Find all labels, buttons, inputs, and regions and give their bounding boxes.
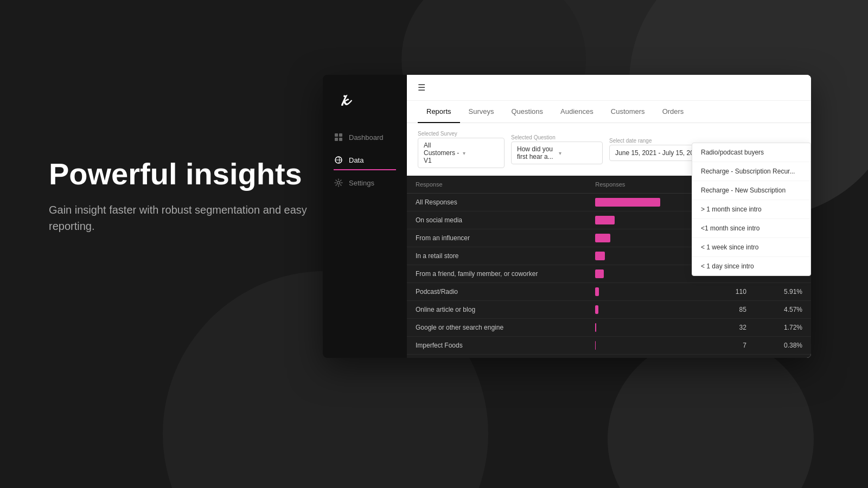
survey-filter: Selected Survey All Customers - V1 ▾ [418, 131, 505, 168]
sidebar-item-data-label: Data [349, 156, 363, 164]
hero-subtitle: Gain insight faster with robust segmenta… [49, 202, 320, 234]
app-window: 𝓴 Dashboard [323, 75, 811, 358]
table-row: Imperfect Foods 7 0.38% [407, 337, 811, 355]
logo-letter: 𝓴 [340, 92, 347, 110]
survey-filter-label: Selected Survey [418, 131, 505, 137]
sidebar-item-settings-label: Settings [349, 179, 374, 187]
date-dropdown-value: June 15, 2021 - July 15, 2021 [615, 149, 701, 157]
dashboard-icon [334, 132, 343, 142]
hamburger-icon[interactable]: ☰ [418, 82, 425, 93]
dropdown-item-3[interactable]: > 1 month since intro [692, 200, 810, 219]
tab-audiences[interactable]: Audiences [552, 101, 602, 123]
cell-response: In a retail store [407, 247, 586, 265]
sidebar-item-data[interactable]: Data [323, 150, 407, 170]
sidebar-item-settings[interactable]: Settings [323, 172, 407, 193]
cell-response: Online article or blog [407, 301, 586, 319]
cell-response: From a friend, family member, or coworke… [407, 265, 586, 283]
table-row: Google or other search engine 32 1.72% [407, 319, 811, 337]
survey-dropdown-arrow: ▾ [463, 150, 499, 156]
svg-rect-0 [335, 133, 338, 137]
question-dropdown[interactable]: How did you first hear a... ▾ [511, 142, 603, 164]
cell-response: From an influencer [407, 229, 586, 247]
dropdown-item-4[interactable]: <1 month since intro [692, 219, 810, 238]
table-row: Podcast/Radio 110 5.91% [407, 283, 811, 301]
filters-row: Selected Survey All Customers - V1 ▾ Sel… [407, 123, 811, 176]
cell-response: Imperfect Foods [407, 337, 586, 355]
tab-surveys[interactable]: Surveys [460, 101, 503, 123]
dropdown-item-1[interactable]: Recharge - Subscription Recur... [692, 162, 810, 181]
logo-icon: 𝓴 [334, 91, 353, 111]
tab-reports[interactable]: Reports [418, 101, 460, 123]
settings-icon [334, 178, 343, 188]
cell-bar [586, 283, 712, 301]
cell-response: All Responses [407, 194, 586, 211]
cell-bar [586, 337, 712, 355]
question-dropdown-arrow: ▾ [559, 150, 597, 156]
svg-rect-2 [335, 138, 338, 141]
question-filter: Selected Question How did you first hear… [511, 134, 603, 164]
top-bar: ☰ [407, 75, 811, 101]
tab-customers[interactable]: Customers [602, 101, 654, 123]
svg-rect-1 [339, 133, 342, 137]
cell-count: 7 [712, 337, 755, 355]
sidebar: 𝓴 Dashboard [323, 75, 407, 358]
hero-section: Powerful insights Gain insight faster wi… [49, 157, 320, 234]
dropdown-item-5[interactable]: < 1 week since intro [692, 238, 810, 257]
dropdown-item-0[interactable]: Radio/podcast buyers [692, 143, 810, 162]
cell-percent: 0.38% [755, 337, 811, 355]
dropdown-overlay: Radio/podcast buyers Recharge - Subscrip… [692, 143, 811, 276]
cell-bar [586, 301, 712, 319]
hero-title: Powerful insights [49, 157, 320, 191]
question-dropdown-value: How did you first hear a... [517, 145, 556, 160]
svg-rect-3 [339, 138, 342, 141]
cell-count: 32 [712, 319, 755, 337]
cell-percent: 4.57% [755, 301, 811, 319]
dropdown-item-6[interactable]: < 1 day since intro [692, 257, 810, 275]
question-filter-label: Selected Question [511, 134, 603, 140]
tab-orders[interactable]: Orders [654, 101, 693, 123]
tab-questions[interactable]: Questions [503, 101, 552, 123]
cell-percent: 5.91% [755, 283, 811, 301]
cell-bar [586, 319, 712, 337]
sidebar-navigation: Dashboard Data [323, 127, 407, 193]
cell-response: On social media [407, 211, 586, 229]
cell-response: Google or other search engine [407, 319, 586, 337]
data-icon [334, 155, 343, 165]
main-content: ☰ Reports Surveys Questions Audiences Cu… [407, 75, 811, 358]
cell-count: 110 [712, 283, 755, 301]
survey-dropdown[interactable]: All Customers - V1 ▾ [418, 138, 505, 168]
survey-dropdown-value: All Customers - V1 [424, 142, 459, 164]
cell-response: Podcast/Radio [407, 283, 586, 301]
dropdown-item-2[interactable]: Recharge - New Subscription [692, 181, 810, 200]
sidebar-logo: 𝓴 [323, 86, 407, 127]
nav-tabs: Reports Surveys Questions Audiences Cust… [407, 101, 811, 123]
svg-point-5 [337, 182, 340, 184]
cell-count: 85 [712, 301, 755, 319]
cell-percent: 1.72% [755, 319, 811, 337]
sidebar-item-dashboard-label: Dashboard [349, 133, 384, 142]
sidebar-item-dashboard[interactable]: Dashboard [323, 127, 407, 147]
table-row: Online article or blog 85 4.57% [407, 301, 811, 319]
col-response: Response [407, 176, 586, 194]
